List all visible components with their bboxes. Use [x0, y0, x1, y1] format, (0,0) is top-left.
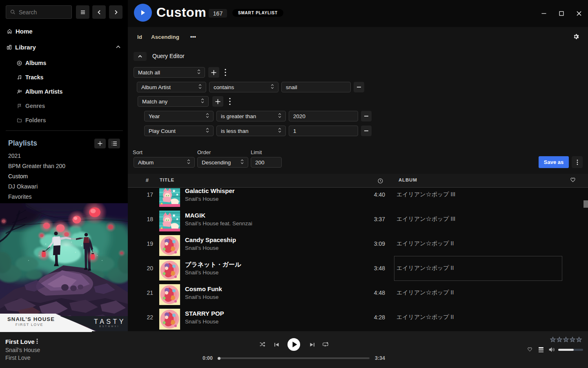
svg-text:BSTMMXI: BSTMMXI: [99, 325, 120, 328]
svg-text:SNAIL’S HOUSE: SNAIL’S HOUSE: [7, 316, 55, 322]
svg-text:TASTY: TASTY: [94, 318, 126, 325]
svg-text:FIRST LOVE: FIRST LOVE: [16, 323, 43, 327]
